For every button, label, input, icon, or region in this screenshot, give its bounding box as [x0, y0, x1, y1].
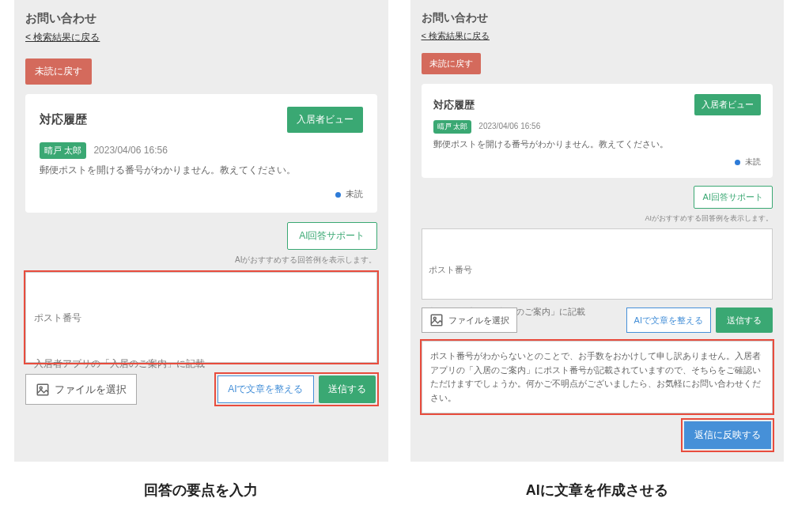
send-button[interactable]: 送信する — [716, 308, 773, 333]
back-to-results-link[interactable]: < 検索結果に戻る — [422, 31, 490, 40]
ai-hint-text: AIがおすすめする回答例を表示します。 — [422, 213, 773, 224]
history-title: 対応履歴 — [40, 112, 87, 127]
send-button[interactable]: 送信する — [319, 375, 376, 403]
sender-name-badge: 晴戸 太郎 — [433, 120, 472, 134]
ai-arrange-button[interactable]: AIで文章を整える — [217, 375, 313, 403]
message-text: 郵便ポストを開ける番号がわかりません。教えてください。 — [433, 138, 762, 150]
inquiry-panel-left: お問い合わせ < 検索結果に戻る 未読に戻す 対応履歴 入居者ビュー 晴戸 太郎… — [14, 0, 388, 462]
history-card: 対応履歴 入居者ビュー 晴戸 太郎 2023/04/06 16:56 郵便ポスト… — [422, 84, 773, 178]
status-dot-icon — [735, 160, 740, 165]
file-select-button[interactable]: ファイルを選択 — [422, 308, 517, 333]
image-icon — [36, 383, 50, 397]
ai-support-button[interactable]: AI回答サポート — [287, 222, 376, 250]
inquiry-panel-right: お問い合わせ < 検索結果に戻る 未読に戻す 対応履歴 入居者ビュー 晴戸 太郎… — [410, 0, 785, 462]
resident-view-button[interactable]: 入居者ビュー — [287, 107, 363, 133]
reflect-to-reply-button[interactable]: 返信に反映する — [684, 421, 771, 449]
status-row: 未読 — [433, 157, 762, 168]
reply-textarea[interactable]: ポスト番号 入居者アプリの「入居のご案内」に記載 — [422, 228, 773, 300]
message-timestamp: 2023/04/06 16:56 — [478, 122, 540, 130]
ai-generated-output: ポスト番号がわからないとのことで、お手数をおかけして申し訳ありません。入居者アプ… — [422, 341, 773, 413]
reply-textarea[interactable]: ポスト番号 入居者アプリの「入居のご案内」に記載 — [25, 272, 377, 363]
file-select-label: ファイルを選択 — [448, 315, 509, 326]
resident-view-button[interactable]: 入居者ビュー — [694, 94, 761, 115]
status-label: 未読 — [346, 189, 363, 198]
reply-line-2: 入居者アプリの「入居のご案内」に記載 — [34, 357, 369, 372]
ai-arrange-button[interactable]: AIで文章を整える — [626, 308, 711, 333]
svg-point-3 — [433, 317, 436, 319]
mark-unread-button[interactable]: 未読に戻す — [422, 53, 481, 74]
history-title: 対応履歴 — [433, 98, 475, 112]
ai-support-button[interactable]: AI回答サポート — [694, 186, 773, 209]
message-text: 郵便ポストを開ける番号がわかりません。教えてください。 — [40, 164, 363, 177]
ai-hint-text: AIがおすすめする回答例を表示します。 — [25, 255, 377, 266]
history-card: 対応履歴 入居者ビュー 晴戸 太郎 2023/04/06 16:56 郵便ポスト… — [25, 94, 377, 213]
status-label: 未読 — [745, 157, 761, 166]
status-dot-icon — [335, 192, 341, 198]
page-title: お問い合わせ — [422, 11, 773, 25]
reply-line-1: ポスト番号 — [34, 311, 369, 326]
mark-unread-button[interactable]: 未読に戻す — [25, 58, 92, 85]
file-select-button[interactable]: ファイルを選択 — [25, 374, 137, 405]
sender-name-badge: 晴戸 太郎 — [40, 142, 86, 159]
image-icon — [429, 313, 444, 327]
caption-right: AIに文章を作成させる — [410, 481, 785, 500]
status-row: 未読 — [40, 188, 363, 200]
back-to-results-link[interactable]: < 検索結果に戻る — [25, 32, 100, 43]
file-select-label: ファイルを選択 — [55, 383, 127, 397]
reply-line-1: ポスト番号 — [429, 263, 766, 277]
page-title: お問い合わせ — [25, 11, 377, 26]
message-timestamp: 2023/04/06 16:56 — [93, 145, 167, 156]
caption-left: 回答の要点を入力 — [14, 481, 388, 500]
svg-point-1 — [40, 387, 42, 389]
